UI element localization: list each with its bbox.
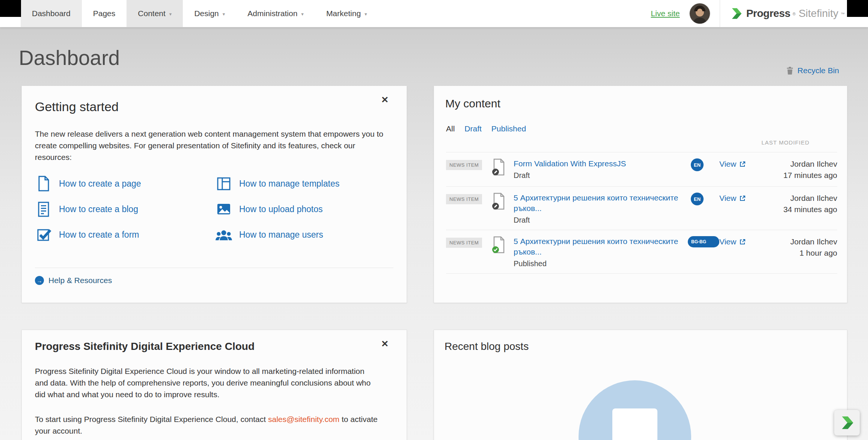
main-menu: Dashboard Pages Content ▾ Design ▾ Admin… [0, 0, 378, 27]
getting-started-card: ✕ Getting started The new release delive… [21, 86, 407, 303]
help-resources-label: Help & Resources [48, 276, 112, 285]
dxc-contact-text: To start using Progress Sitefinity Digit… [35, 413, 380, 437]
nav-item-administration[interactable]: Administration ▾ [236, 0, 315, 27]
page-title: Dashboard [19, 46, 120, 70]
view-link[interactable]: View [719, 194, 761, 203]
nav-item-content[interactable]: Content ▾ [127, 0, 183, 27]
recycle-bin-label: Recycle Bin [797, 66, 839, 75]
brand-logo[interactable]: Progress ® Sitefinity ™ [730, 7, 845, 20]
my-content-title: My content [445, 97, 500, 110]
content-item-status: Draft [514, 171, 691, 180]
blog-post-placeholder-icon [579, 380, 691, 440]
view-label: View [719, 160, 736, 169]
nav-item-design[interactable]: Design ▾ [183, 0, 236, 27]
nav-item-pages[interactable]: Pages [82, 0, 127, 27]
modified-time: 1 hour ago [761, 247, 837, 259]
nav-item-label: Pages [93, 9, 116, 18]
content-item-status: Published [514, 259, 691, 268]
getting-started-title: Getting started [35, 99, 119, 114]
recycle-bin-link[interactable]: Recycle Bin [786, 66, 839, 75]
link-label: How to manage templates [239, 179, 339, 189]
trash-icon [786, 66, 794, 75]
progress-badge[interactable] [834, 410, 860, 435]
blog-icon [35, 200, 52, 218]
content-item-title[interactable]: 5 Архитектурни решения които техническит… [514, 236, 686, 257]
type-badge: NEWS ITEM [446, 238, 482, 248]
dxc-card: ✕ Progress Sitefinity Digital Experience… [21, 330, 407, 440]
author-name: Jordan Ilchev [761, 158, 837, 170]
help-resources-link[interactable]: → Help & Resources [35, 276, 112, 285]
create-form-link[interactable]: How to create a form [35, 226, 215, 243]
content-filters: All Draft Published [446, 124, 526, 133]
link-label: How to create a blog [59, 204, 138, 214]
filter-published[interactable]: Published [491, 124, 526, 133]
modified-time: 34 minutes ago [761, 204, 837, 215]
nav-item-label: Dashboard [32, 9, 71, 18]
draft-document-icon [492, 193, 514, 210]
recent-blog-posts-title: Recent blog posts [445, 341, 529, 353]
manage-users-link[interactable]: How to manage users [215, 226, 390, 243]
create-blog-link[interactable]: How to create a blog [35, 200, 215, 218]
contact-text-pre: To start using Progress Sitefinity Digit… [35, 415, 268, 423]
view-link[interactable]: View [719, 160, 761, 169]
sales-email-link[interactable]: sales@sitefinity.com [268, 415, 339, 423]
my-content-card: My content All Draft Published LAST MODI… [434, 86, 847, 303]
chevron-down-icon: ▾ [169, 11, 172, 17]
photos-icon [215, 200, 232, 218]
page-icon [35, 175, 52, 192]
link-label: How to manage users [239, 230, 323, 240]
manage-templates-link[interactable]: How to manage templates [215, 175, 390, 192]
registered-mark: ® [793, 12, 796, 16]
dxc-title: Progress Sitefinity Digital Experience C… [35, 341, 255, 353]
language-badge: EN [691, 193, 704, 205]
chevron-down-icon: ▾ [365, 11, 367, 17]
nav-item-label: Administration [247, 9, 297, 18]
chevron-down-icon: ▾ [223, 11, 225, 17]
view-label: View [719, 194, 736, 203]
nav-item-label: Marketing [326, 9, 361, 18]
filter-all[interactable]: All [446, 124, 455, 133]
nav-item-label: Content [138, 9, 166, 18]
external-link-icon [739, 238, 746, 245]
content-item-title[interactable]: 5 Архитектурни решения които техническит… [514, 193, 686, 214]
content-row: NEWS ITEM Form Validation With ExpressJS… [446, 152, 837, 186]
user-avatar[interactable] [690, 3, 710, 24]
live-site-link[interactable]: Live site [651, 9, 680, 18]
type-badge: NEWS ITEM [446, 194, 482, 204]
nav-right-section: Live site Progress ® Sitefinity ™ [651, 0, 868, 27]
view-link[interactable]: View [719, 237, 761, 246]
avatar-image [690, 3, 710, 24]
close-icon[interactable]: ✕ [379, 95, 391, 105]
author-name: Jordan Ilchev [761, 193, 837, 204]
sitefinity-dashboard-page: Dashboard Pages Content ▾ Design ▾ Admin… [0, 0, 868, 440]
close-icon[interactable]: ✕ [379, 339, 391, 349]
progress-logo-icon [839, 415, 854, 430]
trademark-mark: ™ [841, 12, 845, 16]
published-document-icon [492, 236, 514, 253]
form-icon [35, 226, 52, 243]
brand-product: Sitefinity [799, 8, 838, 20]
getting-started-body: The new release delivers a next generati… [35, 128, 386, 163]
content-item-status: Draft [514, 216, 691, 225]
users-icon [215, 226, 232, 243]
content-row: NEWS ITEM 5 Архитектурни решения които т… [446, 186, 837, 230]
create-page-link[interactable]: How to create a page [35, 175, 215, 192]
dxc-description: Progress Sitefinity Digital Experience C… [35, 365, 377, 400]
nav-item-dashboard[interactable]: Dashboard [21, 0, 82, 27]
nav-item-marketing[interactable]: Marketing ▾ [315, 0, 378, 27]
content-list: NEWS ITEM Form Validation With ExpressJS… [446, 152, 837, 274]
getting-started-links: How to create a page How to manage templ… [35, 171, 390, 247]
screen-corner-left [0, 0, 21, 17]
templates-icon [215, 175, 232, 192]
content-item-title[interactable]: Form Validation With ExpressJS [514, 158, 626, 169]
progress-logo-icon [730, 7, 743, 20]
screen-corner-right [847, 0, 868, 17]
language-badge: EN [691, 158, 704, 171]
upload-photos-link[interactable]: How to upload photos [215, 200, 390, 218]
type-badge: NEWS ITEM [446, 160, 482, 170]
content-row: NEWS ITEM 5 Архитектурни решения които т… [446, 230, 837, 273]
last-modified-column-header: LAST MODIFIED [761, 139, 809, 146]
filter-draft[interactable]: Draft [464, 124, 482, 133]
external-link-icon [739, 195, 746, 202]
top-navigation: Dashboard Pages Content ▾ Design ▾ Admin… [0, 0, 868, 27]
